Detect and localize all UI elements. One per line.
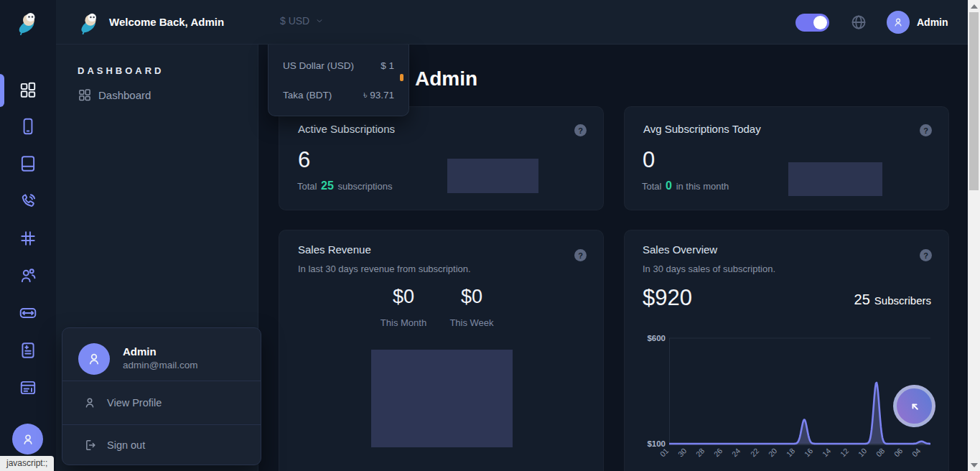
page-title: Admin	[415, 67, 477, 90]
sales-chart-plot	[669, 337, 930, 445]
app-logo[interactable]	[15, 8, 41, 37]
language-globe-button[interactable]	[850, 14, 867, 31]
card-title: Active Subscriptions	[298, 123, 395, 135]
scrollbar-thumb[interactable]	[969, 12, 979, 190]
x-axis-labels: 013028262422201816141210080604	[642, 447, 938, 468]
total-suffix: in this month	[676, 181, 729, 192]
currency-rate: ৳ 93.71	[363, 90, 394, 101]
welcome-text: Welcome Back, Admin	[109, 16, 224, 28]
link-status-bar: javascript:;	[0, 456, 54, 471]
revenue-month-label: This Month	[369, 317, 438, 328]
card-subtitle: In last 30 days revenue from subscriptio…	[298, 264, 471, 274]
avg-subscriptions-total: Total 0 in this month	[642, 179, 729, 192]
header-user-avatar[interactable]	[887, 11, 910, 34]
revenue-chart-placeholder	[371, 350, 513, 447]
card-title: Avg Subscriptions Today	[643, 123, 761, 135]
theme-toggle[interactable]	[795, 14, 829, 32]
rail-item-transactions[interactable]	[19, 304, 37, 322]
subscribers-label: Subscribers	[874, 294, 931, 307]
sidebar-item-dashboard[interactable]: Dashboard	[78, 88, 151, 102]
person-icon	[20, 432, 36, 447]
rail-item-mobile[interactable]	[19, 117, 37, 136]
phone-call-icon	[19, 192, 37, 210]
scrollbar-down-arrow[interactable]	[971, 463, 978, 467]
currency-dropdown-trigger[interactable]: $ USD	[280, 15, 324, 27]
top-header: Welcome Back, Admin $ USD Admin	[56, 0, 968, 45]
app-screen: Welcome Back, Admin $ USD Admin DASHBOAR…	[0, 0, 980, 471]
rail-item-invoices[interactable]	[19, 341, 37, 360]
invoice-document-icon	[19, 341, 37, 360]
globe-icon	[850, 14, 867, 31]
view-profile-button[interactable]: View Profile	[62, 381, 261, 424]
scroll-top-button[interactable]	[893, 385, 935, 427]
mini-chart-placeholder	[447, 159, 538, 193]
revenue-month-value: $0	[369, 286, 438, 308]
rail-item-tablet[interactable]	[19, 154, 37, 173]
users-icon	[19, 266, 37, 285]
person-icon	[85, 350, 103, 368]
browser-list-icon	[19, 378, 37, 397]
subscribers-count: 25	[854, 292, 870, 307]
currency-option-bdt[interactable]: Taka (BDT) ৳ 93.71	[269, 80, 409, 110]
revenue-week-value: $0	[437, 286, 506, 308]
header-user-name[interactable]: Admin	[917, 17, 948, 28]
chevron-down-icon	[315, 17, 324, 25]
active-subscriptions-total: Total 25 subscriptions	[297, 179, 392, 192]
total-prefix: Total	[642, 181, 661, 192]
total-highlight: 0	[666, 179, 672, 192]
icon-rail	[0, 0, 56, 471]
total-prefix: Total	[297, 181, 317, 192]
view-profile-label: View Profile	[107, 397, 162, 409]
header-logo[interactable]	[78, 9, 102, 36]
revenue-month-block: $0 This Month	[369, 286, 438, 328]
currency-option-usd[interactable]: US Dollar (USD) $ 1	[269, 51, 409, 80]
card-active-subscriptions: Active Subscriptions ? 6 Total 25 subscr…	[279, 106, 604, 210]
help-icon[interactable]: ?	[920, 124, 932, 136]
active-subscriptions-value: 6	[298, 147, 310, 173]
currency-name: US Dollar (USD)	[283, 60, 354, 71]
dashboard-grid-icon	[19, 80, 37, 99]
hash-grid-icon	[19, 229, 37, 248]
total-suffix: subscriptions	[338, 181, 393, 192]
tablet-icon	[19, 154, 37, 173]
revenue-week-block: $0 This Week	[437, 286, 506, 328]
help-icon[interactable]: ?	[574, 249, 587, 261]
subscribers-count-block: 25Subscribers	[790, 292, 931, 308]
sign-out-icon	[83, 438, 97, 452]
rail-profile-button[interactable]	[12, 424, 43, 454]
currency-name: Taka (BDT)	[283, 90, 332, 101]
rail-item-calls[interactable]	[19, 192, 37, 210]
chart-line	[669, 383, 930, 444]
mobile-phone-icon	[19, 117, 37, 136]
currency-trigger-label: $ USD	[280, 15, 309, 27]
profile-avatar	[78, 343, 110, 375]
profile-email: admin@mail.com	[123, 360, 197, 370]
greeting-emoji-fragment	[400, 74, 403, 81]
card-title: Sales Overview	[643, 243, 717, 256]
sign-out-label: Sign out	[107, 439, 145, 451]
person-icon	[892, 16, 905, 29]
card-sales-revenue: Sales Revenue In last 30 days revenue fr…	[279, 230, 604, 471]
total-highlight: 25	[321, 179, 334, 192]
dashboard-grid-icon	[78, 88, 92, 102]
scrollbar[interactable]	[968, 0, 980, 471]
profile-name: Admin	[123, 345, 157, 358]
sidebar-item-label: Dashboard	[98, 89, 151, 101]
rail-item-dashboard[interactable]	[19, 80, 37, 99]
sign-out-button[interactable]: Sign out	[62, 424, 261, 465]
sales-overview-total: $920	[643, 285, 692, 311]
currency-dropdown-menu: US Dollar (USD) $ 1 Taka (BDT) ৳ 93.71	[268, 45, 409, 116]
help-icon[interactable]: ?	[574, 124, 587, 136]
rail-item-users[interactable]	[19, 266, 37, 285]
toggle-knob	[813, 16, 827, 29]
help-icon[interactable]: ?	[920, 249, 932, 261]
active-nav-indicator	[0, 74, 4, 107]
card-avg-subscriptions: Avg Subscriptions Today ? 0 Total 0 in t…	[624, 106, 949, 210]
rail-item-reports[interactable]	[19, 378, 37, 397]
cursor-arrow-icon	[906, 398, 923, 415]
currency-rate: $ 1	[381, 60, 394, 71]
swap-arrows-icon	[19, 304, 37, 322]
y-axis-label-top: $600	[642, 334, 666, 342]
rail-item-packages[interactable]	[19, 229, 37, 248]
scrollbar-up-arrow[interactable]	[971, 4, 978, 9]
